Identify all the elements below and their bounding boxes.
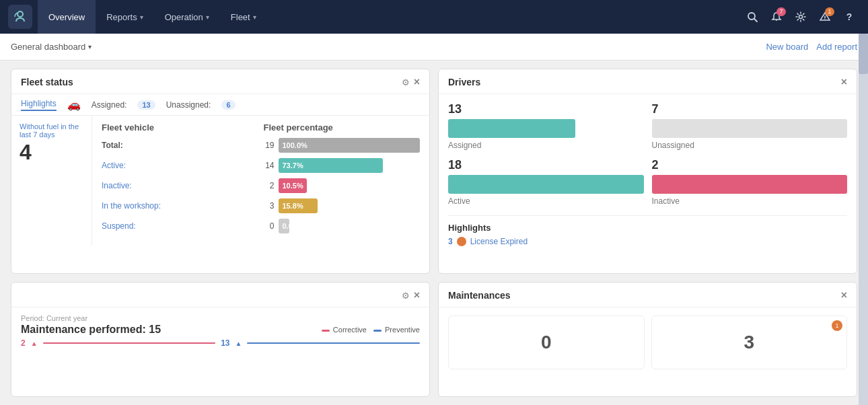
driver-stat-assigned: 13 Assigned: [448, 102, 644, 150]
scrollbar-thumb[interactable]: [859, 34, 868, 74]
preventive-arrow-icon: ▲: [236, 340, 242, 347]
driver-bar-unassigned: [652, 119, 848, 138]
maintenance-period: Period: Current year: [21, 314, 420, 322]
maintenances-header: Maintenances: [439, 283, 857, 307]
assigned-label: Assigned:: [92, 100, 127, 110]
maintenance-performed-title: [21, 290, 24, 301]
fleet-status-settings-button[interactable]: [402, 77, 410, 87]
driver-bar-assigned: [448, 119, 575, 138]
fleet-status-card: Fleet status Highlights 🚗 Assigned: 13 U…: [11, 69, 430, 274]
fleet-sidebar: Without fuel in the last 7 days 4: [11, 116, 92, 246]
fleet-status-title: Fleet status: [21, 77, 73, 87]
highlights-title: Highlights: [448, 223, 847, 233]
driver-stat-unassigned: 7 Unassigned: [652, 102, 848, 150]
bar-total: 100.0%: [279, 138, 421, 153]
maintenances-close-button[interactable]: [841, 289, 847, 301]
corrective-arrow-icon: ▲: [31, 340, 38, 347]
driver-bar-inactive: [652, 175, 848, 194]
driver-bar-active: [448, 175, 644, 194]
navbar-actions: 7 1 ?: [742, 6, 860, 28]
alerts-button[interactable]: 1: [814, 6, 836, 28]
table-row: Suspend: 0 0.0%: [102, 219, 420, 233]
corrective-legend-dot: [322, 330, 330, 332]
bar-inactive: 10.5%: [279, 178, 307, 193]
maintenance-performed-header: [11, 283, 429, 307]
app-logo[interactable]: [8, 5, 32, 29]
maintenances-title: Maintenances: [448, 290, 511, 301]
alert-dot-icon: [457, 237, 466, 246]
highlight-item: 3 License Expired: [448, 237, 847, 246]
drivers-title: Drivers: [448, 77, 480, 87]
svg-point-4: [799, 15, 803, 19]
chevron-down-icon: ▾: [88, 43, 92, 50]
drivers-close-button[interactable]: [841, 76, 847, 88]
subheader-actions: New board Add report: [766, 42, 857, 52]
subheader: General dashboard ▾ New board Add report: [0, 34, 868, 61]
maintenances-body: 0 1 3: [439, 307, 857, 377]
alerts-badge: 1: [825, 7, 834, 16]
fleet-tabs: Highlights 🚗 Assigned: 13 Unassigned: 6: [11, 94, 429, 116]
unassigned-count: 6: [221, 100, 235, 110]
fleet-body: Without fuel in the last 7 days 4 Fleet …: [11, 116, 429, 246]
notifications-button[interactable]: 7: [766, 6, 787, 28]
preventive-legend-dot: [373, 330, 382, 332]
scrollbar[interactable]: [859, 34, 868, 405]
main-nav: Overview Reports ▾ Operation ▾ Fleet ▾: [38, 0, 736, 34]
nav-item-reports[interactable]: Reports ▾: [96, 0, 154, 34]
maintenances-stat-1: 1 3: [651, 316, 848, 369]
svg-line-2: [754, 19, 757, 22]
preventive-line: [247, 342, 420, 344]
maintenance-title-row: Maintenance performed: 15 Corrective Pre…: [21, 324, 420, 336]
license-expired-link[interactable]: License Expired: [470, 237, 528, 246]
table-row: Active: 14 73.7%: [102, 158, 420, 173]
drivers-card: Drivers 13 Assigned 7 Unassigned 18: [438, 69, 857, 274]
maintenances-card: Maintenances 0 1 3: [438, 282, 857, 397]
breadcrumb[interactable]: General dashboard ▾: [11, 42, 92, 52]
add-report-button[interactable]: Add report: [816, 42, 857, 52]
drivers-actions: [841, 76, 847, 88]
table-row: In the workshop: 3 15.8%: [102, 198, 420, 213]
nav-item-overview[interactable]: Overview: [38, 0, 96, 34]
svg-point-0: [17, 11, 23, 17]
bar-suspend: 0.0%: [279, 219, 290, 233]
corrective-count: 2: [21, 338, 26, 348]
fleet-status-close-button[interactable]: [414, 76, 420, 88]
maintenances-stat-0: 0: [448, 316, 645, 369]
table-row: Inactive: 2 10.5%: [102, 178, 420, 193]
unassigned-label: Unassigned:: [166, 100, 211, 110]
assigned-count: 13: [137, 100, 155, 110]
new-board-button[interactable]: New board: [766, 42, 808, 52]
driver-stat-inactive: 2 Inactive: [652, 158, 848, 206]
settings-button[interactable]: [790, 6, 811, 28]
maintenances-actions: [841, 289, 847, 301]
maintenance-legend: Corrective Preventive: [322, 326, 420, 334]
fleet-tab-highlights[interactable]: Highlights: [21, 99, 57, 111]
corrective-line: [43, 342, 216, 344]
maintenance-main-title: Maintenance performed: 15: [21, 324, 161, 336]
preventive-count: 13: [221, 338, 229, 348]
help-button[interactable]: ?: [838, 6, 860, 28]
drivers-body: 13 Assigned 7 Unassigned 18 Active 2: [439, 94, 857, 254]
fleet-status-header: Fleet status: [11, 69, 429, 94]
bar-active: 73.7%: [279, 158, 383, 173]
fleet-main: Fleet vehicle Fleet percentage Total: 19…: [92, 116, 429, 246]
maintenance-close-button[interactable]: [414, 289, 420, 301]
drivers-highlights: Highlights 3 License Expired: [448, 215, 847, 246]
fleet-table-header: Fleet vehicle Fleet percentage: [102, 122, 420, 133]
nav-item-operation[interactable]: Operation ▾: [154, 0, 220, 34]
maintenance-numbers: 2 ▲ 13 ▲: [21, 338, 420, 348]
maintenance-performed-actions: [402, 289, 420, 301]
fleet-sidebar-value: 4: [20, 140, 83, 165]
drivers-header: Drivers: [439, 69, 857, 94]
fleet-status-actions: [402, 76, 420, 88]
main-content: Fleet status Highlights 🚗 Assigned: 13 U…: [0, 61, 868, 405]
svg-point-7: [824, 19, 825, 20]
bar-workshop: 15.8%: [279, 198, 318, 213]
drivers-grid: 13 Assigned 7 Unassigned 18 Active 2: [448, 102, 847, 206]
maintenances-badge: 1: [832, 320, 842, 331]
maintenance-settings-button[interactable]: [402, 291, 410, 301]
table-row: Total: 19 100.0%: [102, 138, 420, 153]
nav-item-fleet[interactable]: Fleet ▾: [220, 0, 267, 34]
search-button[interactable]: [742, 6, 763, 28]
car-icon: 🚗: [67, 98, 81, 111]
